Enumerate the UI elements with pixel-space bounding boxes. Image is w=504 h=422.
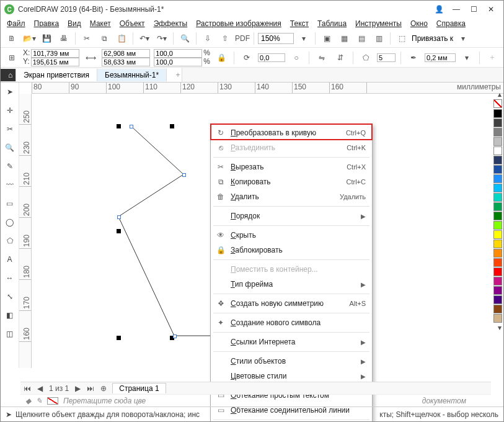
shape-node[interactable] (130, 125, 133, 128)
context-menu-item[interactable]: ✦Создание нового символа (211, 315, 372, 330)
color-swatch[interactable] (493, 128, 502, 137)
undo-icon[interactable]: ↶▾ (137, 31, 152, 46)
freehand-tool-icon[interactable]: ✎ (3, 159, 17, 173)
close-button[interactable]: ✕ (482, 3, 500, 16)
shape-node[interactable] (173, 334, 177, 338)
menu-view[interactable]: Вид (68, 19, 81, 28)
sides-input[interactable] (377, 53, 396, 62)
context-menu-item[interactable]: 🔒Заблокировать (211, 243, 372, 258)
scale-y-input[interactable] (154, 58, 202, 66)
menu-table[interactable]: Таблица (317, 19, 347, 28)
color-swatch[interactable] (493, 249, 502, 258)
y-input[interactable] (31, 58, 79, 66)
rulers-icon[interactable]: ▦ (337, 31, 351, 46)
rectangle-tool-icon[interactable]: ▭ (3, 197, 17, 210)
height-input[interactable] (102, 58, 150, 66)
export-icon[interactable]: ⇧ (218, 31, 232, 46)
text-tool-icon[interactable]: A (3, 253, 17, 266)
pick-tool-icon[interactable]: ➤ (3, 85, 17, 99)
document-tab[interactable]: Безымянный-1* (97, 69, 167, 81)
menu-file[interactable]: Файл (7, 19, 25, 28)
rotation-input[interactable] (258, 53, 285, 62)
grid-icon[interactable]: ▤ (354, 31, 369, 46)
minimize-button[interactable]: — (448, 3, 465, 16)
selection-handle[interactable] (170, 124, 174, 128)
crop-tool-icon[interactable]: ✂ (3, 122, 17, 136)
search-icon[interactable]: 🔍 (177, 31, 192, 46)
transparency-tool-icon[interactable]: ◫ (3, 327, 17, 341)
color-swatch[interactable] (493, 184, 502, 192)
account-icon[interactable]: 👤 (430, 3, 448, 16)
color-swatch[interactable] (493, 119, 502, 127)
menu-help[interactable]: Справка (436, 19, 466, 28)
page-prev-icon[interactable]: ◀ (34, 384, 46, 393)
color-swatch[interactable] (493, 202, 502, 211)
context-menu-item[interactable]: ✂ВырезатьCtrl+X (211, 159, 372, 174)
outline-dropdown[interactable]: ▾ (459, 50, 474, 65)
color-swatch[interactable] (493, 109, 502, 118)
menu-layout[interactable]: Макет (90, 19, 111, 28)
no-fill-swatch[interactable] (493, 99, 502, 108)
color-swatch[interactable] (493, 174, 502, 183)
rotation-dropdown[interactable]: ○ (289, 50, 304, 65)
color-swatch[interactable] (493, 277, 502, 285)
page-next-icon[interactable]: ▶ (72, 384, 84, 393)
menu-tools[interactable]: Инструменты (355, 19, 402, 28)
menu-text[interactable]: Текст (290, 19, 309, 28)
menu-effects[interactable]: Эффекты (154, 19, 188, 28)
open-icon[interactable]: 📂▾ (22, 31, 37, 46)
width-input[interactable] (102, 49, 150, 58)
color-swatch[interactable] (493, 212, 502, 220)
context-menu-item[interactable]: 🗑УдалитьУдалить (211, 189, 372, 204)
home-tab[interactable]: ⌂ (1, 69, 16, 81)
color-swatch[interactable] (493, 305, 502, 313)
mirror-v-icon[interactable]: ⇵ (333, 50, 348, 65)
welcome-tab[interactable]: Экран приветствия (16, 69, 97, 81)
x-input[interactable] (31, 49, 79, 58)
shape-node[interactable] (117, 215, 121, 219)
paste-icon[interactable]: 📋 (114, 31, 129, 46)
context-menu-item[interactable]: Тип фрейма▶ (211, 277, 372, 292)
no-fill-indicator[interactable] (47, 397, 58, 405)
zoom-dropdown-icon[interactable]: ▾ (296, 31, 311, 46)
color-swatch[interactable] (493, 258, 502, 267)
guides-icon[interactable]: ▥ (371, 31, 386, 46)
color-swatch[interactable] (493, 193, 502, 202)
cut-icon[interactable]: ✂ (79, 31, 94, 46)
new-icon[interactable]: 🗎 (4, 31, 19, 46)
palette-up-icon[interactable]: ▴ (492, 90, 504, 99)
maximize-button[interactable]: ☐ (465, 3, 482, 16)
artistic-tool-icon[interactable]: 〰 (3, 178, 17, 192)
context-menu-item[interactable]: ❖Создать новую симметриюAlt+S (211, 296, 372, 311)
color-swatch[interactable] (493, 240, 502, 248)
context-menu-item[interactable]: ⧉КопироватьCtrl+C (211, 174, 372, 189)
mirror-h-icon[interactable]: ⇋ (314, 50, 329, 65)
color-swatch[interactable] (493, 156, 502, 164)
color-swatch[interactable] (493, 314, 502, 323)
print-icon[interactable]: 🖶 (56, 31, 71, 46)
polygon-tool-icon[interactable]: ⬠ (3, 234, 17, 248)
context-menu-item[interactable]: ↻Преобразовать в кривуюCtrl+Q (211, 125, 372, 140)
import-icon[interactable]: ⇩ (200, 31, 215, 46)
menu-window[interactable]: Окно (410, 19, 428, 28)
color-swatch[interactable] (493, 137, 502, 146)
snap-dropdown-icon[interactable]: ▾ (456, 31, 471, 46)
page-tab[interactable]: Страница 1 (112, 383, 166, 393)
zoom-tool-icon[interactable]: 🔍 (3, 141, 17, 155)
selection-handle[interactable] (117, 229, 121, 233)
color-swatch[interactable] (493, 267, 502, 276)
color-swatch[interactable] (493, 146, 502, 155)
outline-input[interactable] (425, 53, 456, 62)
shape-tool-icon[interactable]: ✛ (3, 104, 17, 117)
save-icon[interactable]: 💾 (39, 31, 54, 46)
copy-icon[interactable]: ⧉ (97, 31, 112, 46)
menu-edit[interactable]: Правка (34, 19, 60, 28)
palette-down-icon[interactable]: ▾ (492, 323, 504, 332)
color-swatch[interactable] (493, 286, 502, 295)
redo-icon[interactable]: ↷▾ (154, 31, 169, 46)
color-swatch[interactable] (493, 230, 502, 239)
menu-bitmap[interactable]: Растровые изображения (196, 19, 281, 28)
add-icon[interactable]: ＋ (485, 50, 500, 65)
color-swatch[interactable] (493, 295, 502, 304)
lock-ratio-icon[interactable]: 🔒 (214, 50, 229, 65)
